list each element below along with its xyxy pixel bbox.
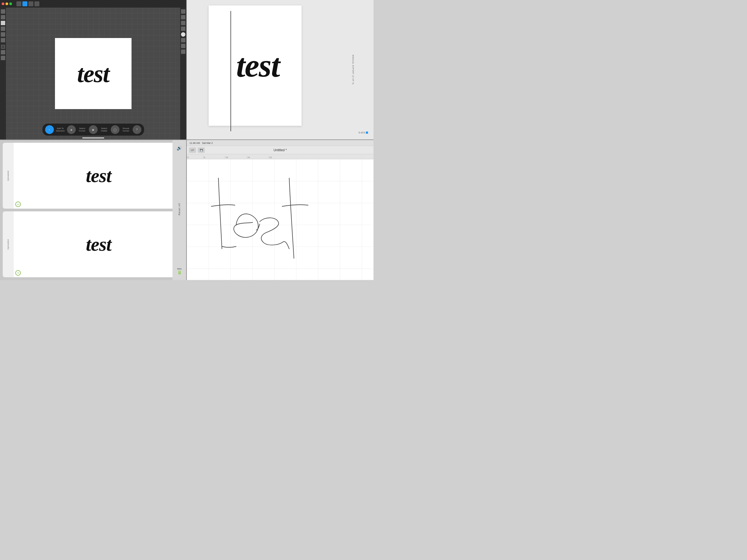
eyedropper-tool[interactable] <box>1 50 5 54</box>
text-tool[interactable] <box>1 38 5 42</box>
glyph-sidebar-label-1: Uploaded <box>7 171 9 181</box>
speaker-icon: 🔊 <box>177 146 182 151</box>
tool-icon-3[interactable] <box>28 1 33 6</box>
remove-glyph-btn-2[interactable]: − <box>15 270 21 276</box>
round-corner-btn[interactable]: ◯ <box>111 125 120 134</box>
ruler-mark-24: 24 <box>247 156 269 158</box>
artboard: test <box>55 38 131 109</box>
zoom-tool[interactable] <box>1 56 5 60</box>
page-nav: 5 of 9 <box>358 131 368 134</box>
ruler-mark-8: 8 <box>203 156 225 158</box>
close-dot[interactable] <box>2 2 4 5</box>
tool-icon-1[interactable] <box>17 1 21 6</box>
panel-btn-circle[interactable] <box>181 32 185 36</box>
glyph-sidebar-1: Uploaded <box>3 143 14 209</box>
canvas-test-text: test <box>77 59 109 88</box>
glyph-sidebar-label-2: Uploaded <box>7 239 9 250</box>
ruler-mark-16: 16 <box>225 156 247 158</box>
right-toolbar <box>180 8 186 139</box>
panel-btn-6[interactable] <box>181 44 185 48</box>
handwriting-overlay <box>187 159 374 280</box>
round-corner-label: Round Corner <box>121 127 131 132</box>
ruler-mark-0: 0 <box>187 156 203 158</box>
select-visible-btn[interactable]: ◉ <box>89 125 98 134</box>
reset-all-label[interactable]: Reset All <box>178 203 181 215</box>
panel-btn-1[interactable] <box>181 9 185 14</box>
editor-top-toolbar <box>0 0 186 8</box>
system-day: Sat Mar 2 <box>202 142 213 144</box>
ruler-mark-32: 32 <box>269 156 291 158</box>
select-visible-label: Select Visible <box>99 127 109 132</box>
glyph-sidebar-2: Uploaded <box>3 211 14 277</box>
panel-btn-5[interactable] <box>181 38 185 42</box>
app-title: Untitled * <box>274 148 287 152</box>
select-corner-btn[interactable]: ◈ <box>67 125 76 134</box>
glyph-row-1: Uploaded test − <box>3 143 183 209</box>
export-side-label: MANUAL EXPORT (5 of 9) <box>352 55 354 84</box>
panel-btn-4[interactable] <box>181 27 185 31</box>
maximize-dot[interactable] <box>9 2 12 5</box>
pen-tool[interactable] <box>1 21 5 25</box>
glyph-card-1[interactable]: test − <box>14 143 183 209</box>
tool-icon-4[interactable] <box>34 1 40 6</box>
page-divider <box>231 11 231 131</box>
glyph-text-2: test <box>86 233 111 255</box>
glyph-editor-area[interactable] <box>187 159 374 280</box>
save-button[interactable]: 💾 <box>198 147 205 153</box>
export-test-text: test <box>236 47 280 84</box>
system-menubar: 11:46 AM Sat Mar 2 <box>187 140 374 146</box>
help-btn[interactable]: ? <box>133 125 141 134</box>
page-nav-text: 5 of 9 <box>358 131 365 134</box>
select-tool[interactable] <box>1 15 5 19</box>
add-to-selection-btn[interactable]: + <box>45 125 54 134</box>
vector-editor-panel: test + Add To Selection ◈ Select Corner … <box>0 0 187 140</box>
panel-btn-2[interactable] <box>181 15 185 19</box>
glyph-text-1: test <box>86 165 111 187</box>
app-title-bar: LP 💾 Untitled * <box>187 146 374 154</box>
battery-indicator: 55% 🔋 <box>177 268 182 275</box>
color-swatch[interactable] <box>1 45 5 49</box>
ruler: 0 8 16 24 32 <box>187 154 374 159</box>
system-time: 11:46 AM <box>189 142 200 144</box>
bottom-bar-underline <box>82 137 104 138</box>
shape-tool[interactable] <box>1 32 5 36</box>
lp-button[interactable]: LP <box>189 147 196 153</box>
panel-btn-7[interactable] <box>181 50 185 54</box>
window-controls: LP 💾 <box>189 147 205 153</box>
page-nav-controls: 5 of 9 <box>358 131 368 134</box>
glyph-grid-panel: Uploaded test − Uploaded test − 🔊 Reset … <box>0 140 187 280</box>
canvas-area: test <box>6 8 180 139</box>
glyph-row-2: Uploaded test − <box>3 211 183 277</box>
bottom-toolbar: + Add To Selection ◈ Select Corner ◉ Sel… <box>42 124 144 136</box>
battery-icon: 🔋 <box>177 270 182 275</box>
battery-percent: 55% <box>177 268 182 270</box>
remove-glyph-btn-1[interactable]: − <box>15 202 21 207</box>
page-indicator[interactable] <box>366 131 368 134</box>
pencil-tool[interactable] <box>1 27 5 31</box>
export-preview-panel: test MANUAL EXPORT (5 of 9) 5 of 9 <box>187 0 374 140</box>
export-page: test <box>209 5 302 126</box>
add-selection-label: Add To Selection <box>55 127 66 132</box>
font-editor-panel: 11:46 AM Sat Mar 2 LP 💾 Untitled * 0 8 1… <box>187 140 374 280</box>
select-corner-label: Select Corner <box>77 127 87 132</box>
tool-icon-2[interactable] <box>22 1 27 6</box>
panel-btn-3[interactable] <box>181 21 185 25</box>
minimize-dot[interactable] <box>5 2 8 5</box>
right-strip: 🔊 Reset All 55% 🔋 <box>173 140 186 280</box>
glyph-card-2[interactable]: test − <box>14 211 183 277</box>
left-toolbar <box>0 8 6 139</box>
arrow-tool[interactable] <box>1 9 5 14</box>
ruler-marks: 0 8 16 24 32 <box>187 154 374 159</box>
